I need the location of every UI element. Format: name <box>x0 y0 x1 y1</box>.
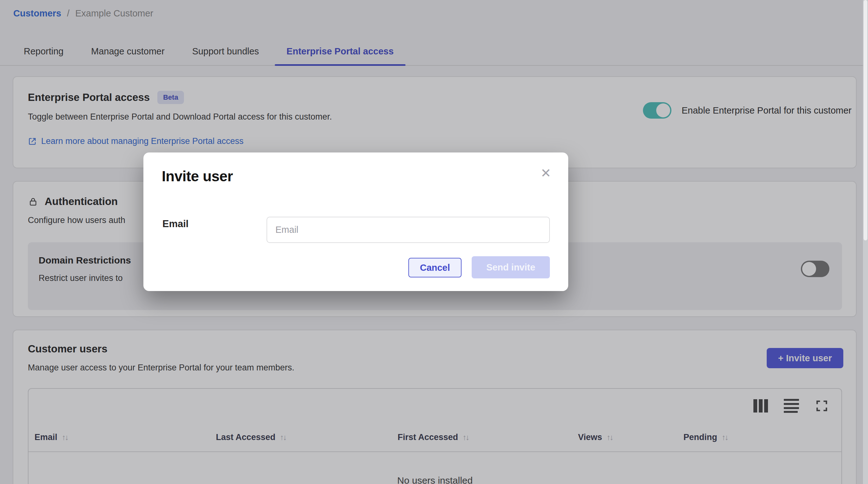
scrollbar-thumb[interactable] <box>864 0 867 240</box>
email-label: Email <box>162 218 189 230</box>
invite-user-modal: Invite user ✕ Email Cancel Send invite <box>144 153 568 291</box>
page: Customers / Example Customer Reporting M… <box>0 0 868 484</box>
close-icon[interactable]: ✕ <box>540 166 551 180</box>
email-field[interactable] <box>267 217 550 243</box>
cancel-button[interactable]: Cancel <box>408 258 462 278</box>
page-scrollbar[interactable] <box>863 0 868 484</box>
send-invite-button[interactable]: Send invite <box>472 256 550 279</box>
modal-title: Invite user <box>162 168 233 185</box>
